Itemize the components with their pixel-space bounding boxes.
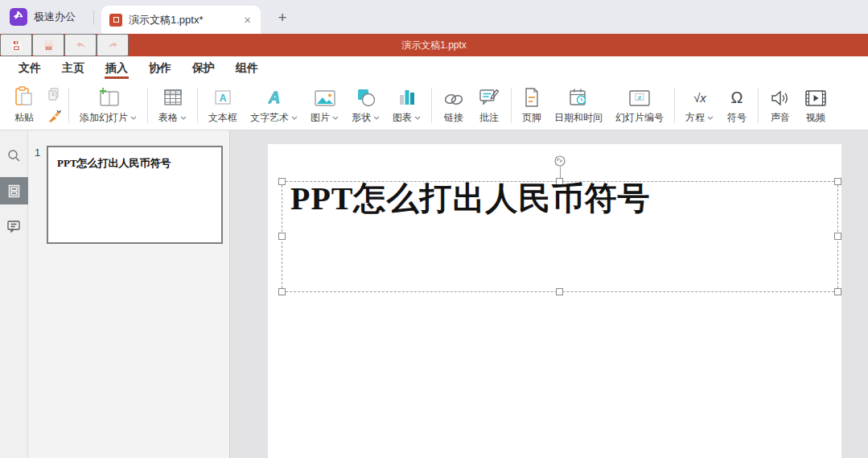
resize-handle-bottom-center[interactable] [556, 288, 563, 295]
new-tab-button[interactable]: + [270, 6, 294, 30]
chart-button[interactable]: 图表 [386, 82, 427, 129]
slide-number-icon: # [627, 85, 652, 108]
clipboard-group: 粘贴 [3, 82, 64, 129]
app-logo-area[interactable]: 极速办公 [0, 0, 87, 34]
menu-protect[interactable]: 保护 [182, 56, 225, 80]
picture-label: 图片 [311, 111, 330, 125]
resize-handle-top-left[interactable] [278, 178, 286, 185]
audio-icon [769, 85, 792, 108]
resize-handle-bottom-right[interactable] [834, 288, 841, 295]
datetime-icon [568, 85, 589, 108]
paste-label: 粘贴 [14, 111, 34, 125]
toolbar-divider [197, 88, 198, 123]
slide-title-text[interactable]: PPT怎么打出人民币符号 [290, 179, 651, 218]
app-logo-icon [10, 8, 27, 26]
document-tab[interactable]: 演示文稿1.pptx* × [101, 6, 261, 34]
symbol-label: 符号 [727, 111, 747, 125]
undo-icon [75, 39, 87, 52]
undo-button[interactable] [64, 34, 97, 56]
print-icon [43, 39, 55, 52]
toolbar-divider [68, 88, 69, 123]
footer-label: 页脚 [522, 111, 541, 125]
svg-text:A: A [220, 93, 227, 104]
toolbar-divider [511, 88, 512, 123]
picture-button[interactable]: 图片 [304, 82, 345, 129]
toolbar-divider [758, 88, 759, 123]
clipboard-mini-column [43, 85, 64, 126]
datetime-label: 日期和时间 [554, 111, 603, 125]
link-icon [442, 85, 465, 108]
datetime-button[interactable]: 日期和时间 [548, 82, 609, 129]
menu-collaborate[interactable]: 协作 [138, 56, 182, 80]
search-icon [7, 149, 21, 163]
table-label: 表格 [158, 111, 178, 125]
video-button[interactable]: 视频 [798, 82, 833, 129]
slides-panel-button[interactable] [0, 177, 28, 204]
resize-handle-top-right[interactable] [834, 178, 841, 185]
menu-file[interactable]: 文件 [8, 56, 51, 80]
resize-handle-bottom-left[interactable] [278, 288, 286, 295]
menu-insert[interactable]: 插入 [95, 56, 138, 80]
shapes-button[interactable]: 形状 [345, 82, 386, 129]
slide-thumbnail-title: PPT怎么打出人民币符号 [48, 147, 221, 171]
paste-icon [13, 85, 35, 108]
slide-number-button[interactable]: # 幻灯片编号 [609, 82, 670, 129]
toolbar-divider [674, 88, 675, 123]
footer-icon [522, 85, 541, 108]
chevron-down-icon [707, 116, 714, 120]
title-textbox[interactable]: PPT怎么打出人民币符号 [282, 181, 838, 292]
table-button[interactable]: 表格 [152, 82, 193, 129]
comment-insert-button[interactable]: 批注 [471, 82, 507, 129]
audio-label: 声音 [771, 111, 790, 125]
textbox-label: 文本框 [208, 111, 237, 125]
redo-button[interactable] [97, 34, 129, 56]
slide-number-label: 1 [28, 146, 47, 159]
audio-button[interactable]: 声音 [763, 82, 798, 129]
tab-close-icon[interactable]: × [242, 13, 253, 27]
print-button[interactable] [32, 34, 64, 56]
link-button[interactable]: 链接 [436, 82, 471, 129]
svg-text:Ω: Ω [731, 89, 743, 106]
add-slide-button[interactable]: 添加幻灯片 [73, 82, 143, 129]
textbox-button[interactable]: A 文本框 [202, 82, 244, 129]
comments-panel-button[interactable] [0, 212, 28, 240]
video-icon [804, 85, 827, 108]
chart-icon [397, 85, 418, 108]
menu-bar: 文件 主页 插入 协作 保护 组件 [0, 56, 868, 80]
title-bar: 演示文稿1.pptx [0, 34, 868, 56]
save-button[interactable] [0, 34, 32, 56]
footer-button[interactable]: 页脚 [516, 82, 548, 129]
wordart-button[interactable]: A 文字艺术 [244, 82, 304, 129]
copy-button[interactable] [43, 85, 64, 104]
shapes-label: 形状 [352, 111, 371, 125]
chart-label: 图表 [393, 111, 412, 125]
insert-ribbon: 粘贴 添加幻灯片 表格 [0, 80, 868, 130]
pptx-file-icon [109, 14, 122, 27]
equation-button[interactable]: √x 方程 [679, 82, 720, 129]
slide-thumbnail-panel: 1 PPT怎么打出人民币符号 [28, 130, 230, 458]
rotate-handle[interactable] [553, 155, 566, 167]
add-slide-icon [97, 85, 121, 108]
resize-handle-mid-left[interactable] [278, 233, 286, 240]
chevron-down-icon [180, 116, 187, 120]
equation-icon: √x [688, 85, 712, 108]
app-window: 极速办公 演示文稿1.pptx* × + 演示文稿1.pptx [0, 0, 868, 458]
wordart-icon: A [264, 85, 285, 108]
menu-home[interactable]: 主页 [51, 56, 95, 80]
symbol-button[interactable]: Ω 符号 [720, 82, 754, 129]
toolbar-divider [431, 88, 432, 123]
save-icon [10, 39, 23, 52]
paste-button[interactable]: 粘贴 [6, 82, 42, 129]
menu-components[interactable]: 组件 [225, 56, 269, 80]
search-button[interactable] [0, 142, 28, 169]
slide-thumbnail[interactable]: PPT怎么打出人民币符号 [47, 146, 223, 244]
shapes-icon [356, 85, 376, 108]
video-label: 视频 [806, 111, 825, 125]
copy-icon [47, 87, 61, 101]
svg-text:#: # [638, 94, 642, 101]
resize-handle-mid-right[interactable] [834, 233, 841, 240]
slide-surface[interactable]: PPT怎么打出人民币符号 [268, 144, 841, 458]
chevron-down-icon [332, 116, 339, 120]
editing-canvas[interactable]: PPT怎么打出人民币符号 [230, 130, 868, 458]
format-painter-button[interactable] [43, 107, 64, 126]
